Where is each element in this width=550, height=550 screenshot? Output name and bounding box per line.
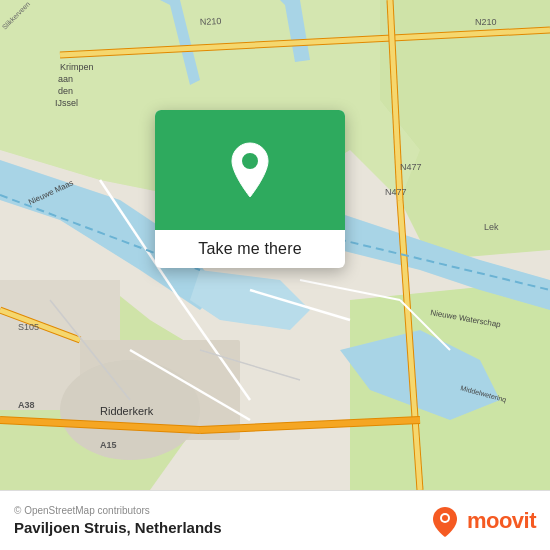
popup-tail xyxy=(240,267,260,268)
popup-button-area[interactable]: Take me there xyxy=(155,230,345,268)
svg-text:aan: aan xyxy=(58,74,73,84)
copyright-text: © OpenStreetMap contributors xyxy=(14,505,222,516)
map-container[interactable]: N210 N477 N210 N477 S105 A38 A15 Lek Kri… xyxy=(0,0,550,490)
svg-text:N210: N210 xyxy=(475,17,497,27)
svg-point-54 xyxy=(242,153,258,169)
svg-text:Krimpen: Krimpen xyxy=(60,62,94,72)
location-name: Paviljoen Struis, Netherlands xyxy=(14,519,222,536)
moovit-logo-icon xyxy=(429,505,461,537)
take-me-there-button[interactable]: Take me there xyxy=(198,240,301,258)
svg-text:A38: A38 xyxy=(18,400,35,410)
svg-text:Ridderkerk: Ridderkerk xyxy=(100,405,154,417)
svg-text:N477: N477 xyxy=(400,162,422,172)
svg-point-56 xyxy=(442,515,448,521)
location-pin-icon xyxy=(226,141,274,199)
svg-text:A15: A15 xyxy=(100,440,117,450)
svg-text:S105: S105 xyxy=(18,322,39,332)
popup-card: Take me there xyxy=(155,110,345,268)
svg-text:N210: N210 xyxy=(200,16,222,27)
svg-text:den: den xyxy=(58,86,73,96)
svg-text:Lek: Lek xyxy=(484,222,499,232)
moovit-logo[interactable]: moovit xyxy=(429,505,536,537)
svg-text:N477: N477 xyxy=(385,187,407,197)
popup-green-area xyxy=(155,110,345,230)
svg-text:IJssel: IJssel xyxy=(55,98,78,108)
footer: © OpenStreetMap contributors Paviljoen S… xyxy=(0,490,550,550)
moovit-brand-text: moovit xyxy=(467,508,536,534)
footer-left: © OpenStreetMap contributors Paviljoen S… xyxy=(14,505,222,536)
